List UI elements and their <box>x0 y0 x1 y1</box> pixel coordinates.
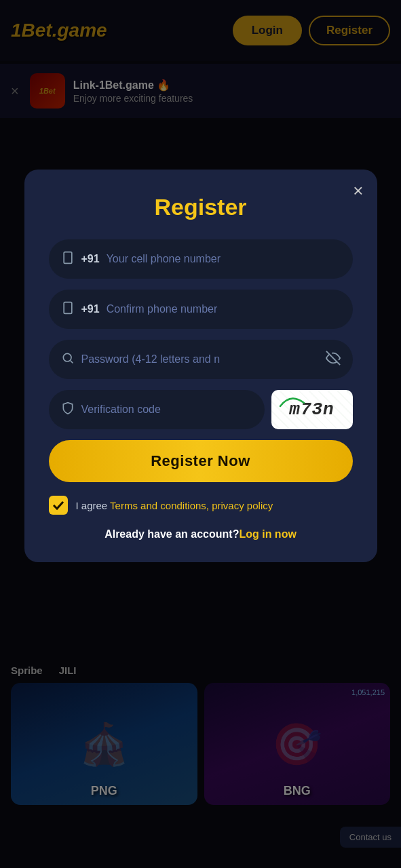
agree-text: I agree Terms and conditions, privacy po… <box>76 500 273 511</box>
shield-icon <box>61 401 75 418</box>
svg-line-5 <box>70 360 73 363</box>
already-text: Already have an account? <box>104 528 239 540</box>
search-icon <box>61 351 75 368</box>
phone-input[interactable] <box>107 253 341 265</box>
password-input-group <box>49 340 353 379</box>
confirm-phone-country-code: +91 <box>81 303 100 315</box>
confirm-phone-input[interactable] <box>107 303 341 315</box>
phone-input-group: +91 <box>49 239 353 279</box>
login-now-link[interactable]: Log in now <box>239 528 296 540</box>
agree-row: I agree Terms and conditions, privacy po… <box>49 496 353 515</box>
modal-title: Register <box>49 194 353 220</box>
terms-link[interactable]: Terms and conditions, privacy policy <box>110 500 273 511</box>
register-now-button[interactable]: Register Now <box>49 440 353 482</box>
register-modal: × Register +91 +91 <box>24 170 377 562</box>
password-input[interactable] <box>81 353 319 366</box>
confirm-phone-icon <box>61 301 75 318</box>
verification-row: m73n <box>49 390 353 429</box>
phone-country-code: +91 <box>81 253 100 265</box>
svg-point-4 <box>63 353 71 361</box>
verification-input[interactable] <box>81 403 252 416</box>
captcha-image[interactable]: m73n <box>271 390 353 429</box>
phone-icon <box>61 251 75 268</box>
confirm-phone-input-group: +91 <box>49 290 353 329</box>
already-row: Already have an account?Log in now <box>49 528 353 540</box>
modal-close-button[interactable]: × <box>353 182 363 199</box>
agree-checkbox[interactable] <box>49 496 68 515</box>
eye-icon[interactable] <box>326 351 341 369</box>
verification-input-group <box>49 390 265 429</box>
